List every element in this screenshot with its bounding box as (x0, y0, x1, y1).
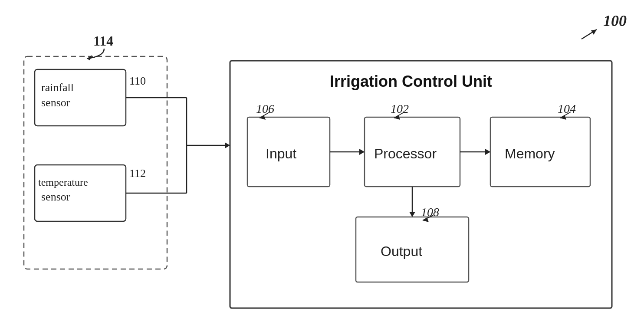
processor-block-label: Processor (374, 146, 437, 161)
diagram-container: 100 114 rainfall sensor 110 temperature … (0, 0, 644, 335)
temperature-sensor-label-line1: temperature (38, 177, 88, 188)
processor-to-output-arrow (409, 212, 415, 217)
processor-ref: 102 (391, 102, 409, 115)
arrow-to-input (225, 142, 230, 148)
temperature-sensor-ref: 112 (129, 167, 146, 180)
memory-block-label: Memory (505, 146, 555, 161)
icu-box (230, 61, 612, 308)
input-to-processor-arrow (359, 149, 365, 155)
memory-ref: 104 (558, 102, 576, 115)
rainfall-sensor-ref: 110 (129, 75, 146, 87)
figure-number: 100 (603, 12, 627, 30)
rainfall-sensor-label-line1: rainfall (41, 81, 74, 94)
processor-to-memory-arrow (485, 149, 490, 155)
main-svg: 100 114 rainfall sensor 110 temperature … (0, 0, 644, 335)
temperature-sensor-label-line2: sensor (41, 190, 70, 203)
input-ref: 106 (256, 102, 274, 115)
rainfall-sensor-label-line2: sensor (41, 96, 70, 109)
input-block-label: Input (266, 146, 296, 161)
output-block-label: Output (381, 243, 422, 259)
sensor-group-ref: 114 (93, 33, 113, 49)
icu-title: Irrigation Control Unit (330, 72, 492, 90)
